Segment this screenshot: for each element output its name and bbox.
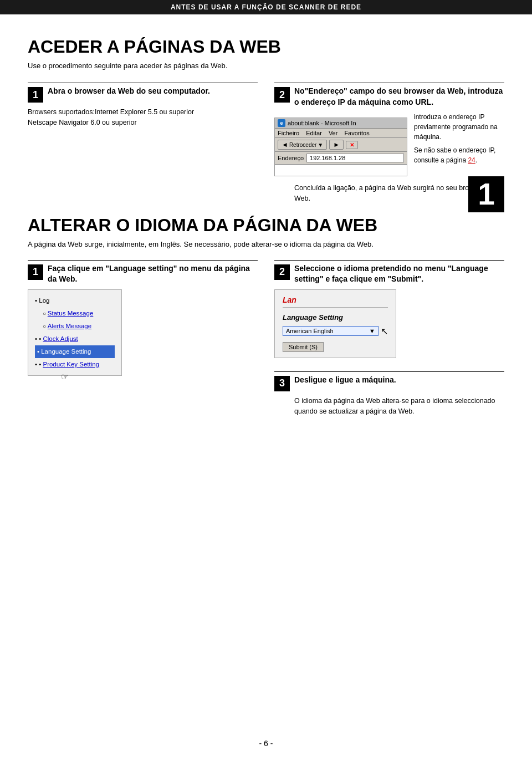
step2-num: 2 [274,87,290,103]
product-link[interactable]: Product Key Setting [43,361,99,368]
step2-link[interactable]: 24 [468,156,475,164]
back-button[interactable]: ◄ Retroceder ▼ [278,140,327,150]
back-label: Retroceder [289,142,316,148]
clock-link[interactable]: Clock Adjust [43,335,78,342]
lang-mock: Lan Language Setting American English ▼ … [274,289,396,358]
menu-mock: Log ○ Status Message ○ Alerts Message • … [28,289,122,376]
section1-title: ACEDER A PÁGINAS DA WEB [28,37,504,57]
step1-num: 1 [28,87,43,103]
address-label: Endereço [278,155,304,161]
s2-step2-num: 2 [274,264,290,280]
step1-title: Abra o browser da Web do seu computador. [48,86,210,97]
lang-section-title: Language Setting [283,313,388,322]
step2-body1: introduza o endereço IP previamente prog… [414,112,504,142]
section2-step1-col: 1 Faça clique em "Language setting" no m… [28,258,258,417]
menu-ver[interactable]: Ver [329,130,338,136]
s2-step3-num: 3 [274,376,290,391]
forward-button[interactable]: ► [329,140,344,150]
step1-body2: Netscape Navigator 6.0 ou superior [28,119,137,126]
menu-item-alerts: ○ Alerts Message [35,320,115,333]
browser-title: about:blank - Microsoft In [288,120,356,126]
step2-body2: Se não sabe o endereço IP, consulte a pá… [414,145,504,165]
cursor-indicator: ☞ [61,371,258,382]
s2-step1-title: Faça clique em "Language setting" no men… [48,263,258,285]
menu-ficheiro[interactable]: Ficheiro [278,130,299,136]
menu-item-status: ○ Status Message [35,307,115,320]
lang-mock-header: Lan [283,295,388,308]
step2-separator [274,83,504,83]
menu-item-product: • Product Key Setting [35,358,115,371]
section2-steps-row: 1 Faça clique em "Language setting" no m… [28,258,504,417]
section2-step2-col: 2 Seleccione o idioma pretendido no menu… [274,258,504,417]
step2-title: No"Endereço" campo do seu browser da Web… [294,86,504,108]
address-input[interactable]: 192.168.1.28 [306,154,404,162]
step1-badge: 1 Abra o browser da Web do seu computado… [28,86,258,103]
lang-select-dropdown[interactable]: American English ▼ [283,326,378,336]
lang-select-row: American English ▼ ↖ [283,326,388,336]
section2-subtitle2: Se necessário, pode alterar-se o idioma … [184,240,374,248]
header-text: ANTES DE USAR A FUNÇÃO DE SCANNER DE RED… [171,3,361,11]
big-num-badge: 1 [468,176,504,212]
dropdown-arrow: ▼ [369,328,375,334]
lang-cursor-icon: ↖ [381,326,388,336]
section1-step1-col: 1 Abra o browser da Web do seu computado… [28,81,258,204]
step2-content: e about:blank - Microsoft In Ficheiro Ed… [274,112,504,176]
s2-step2-sep [274,260,504,261]
step1-separator [28,83,258,83]
lang-submit-button[interactable]: Submit (S) [283,342,324,352]
step2-badge: 2 No"Endereço" campo do seu browser da W… [274,86,504,108]
alerts-link[interactable]: Alerts Message [48,323,91,329]
footer-text: - 6 - [259,739,273,748]
section1-subtitle: Use o procedimento seguinte para aceder … [28,62,504,70]
browser-menubar: Ficheiro Editar Ver Favoritos [275,129,407,138]
address-value: 192.168.1.28 [310,155,345,161]
s2-step1-num: 1 [28,264,43,280]
browser-toolbar: ◄ Retroceder ▼ ► ✕ [275,138,407,152]
status-link[interactable]: Status Message [48,310,93,317]
step1-body1: Browsers suportados:Internet Explorer 5.… [28,108,194,116]
section2-step3-col: 3 Desligue e ligue a máquina. O idioma d… [274,371,504,417]
menu-favoritos[interactable]: Favoritos [344,130,369,136]
browser-icon: e [278,119,285,127]
s2-step2-badge: 2 Seleccione o idioma pretendido no menu… [274,263,504,285]
page-header: ANTES DE USAR A FUNÇÃO DE SCANNER DE RED… [0,0,532,14]
s2-step3-title: Desligue e ligue a máquina. [294,375,396,386]
s2-step2-title: Seleccione o idioma pretendido no menu "… [294,263,504,285]
section2-subtitle1: A página da Web surge, inicialmente, em … [28,240,504,248]
browser-address-bar: Endereço 192.168.1.28 [275,152,407,165]
s2-step3-sep [274,371,504,372]
step2-side-text: introduza o endereço IP previamente prog… [414,112,504,165]
section1-steps-row: 1 Abra o browser da Web do seu computado… [28,81,504,204]
menu-item-clock: • Clock Adjust [35,333,115,345]
browser-content [275,165,407,176]
page-footer: - 6 - [0,728,532,759]
s2-step3-badge: 3 Desligue e ligue a máquina. [274,375,504,391]
step1-body: Browsers suportados:Internet Explorer 5.… [28,107,258,128]
browser-mock: e about:blank - Microsoft In Ficheiro Ed… [274,118,407,176]
menu-item-log: Log [35,294,115,307]
s2-step1-sep [28,260,258,261]
browser-titlebar: e about:blank - Microsoft In [275,118,407,129]
s2-step1-badge: 1 Faça clique em "Language setting" no m… [28,263,258,285]
s2-step3-body: O idioma da página da Web altera-se para… [294,396,504,417]
section2-title: ALTERAR O IDIOMA DA PÁGINA DA WEB [28,215,504,236]
lang-select-value: American English [286,328,334,334]
stop-button[interactable]: ✕ [346,141,358,149]
section2: ALTERAR O IDIOMA DA PÁGINA DA WEB A pági… [28,215,504,417]
menu-editar[interactable]: Editar [306,130,322,136]
menu-item-language: • Language Setting [35,345,115,358]
